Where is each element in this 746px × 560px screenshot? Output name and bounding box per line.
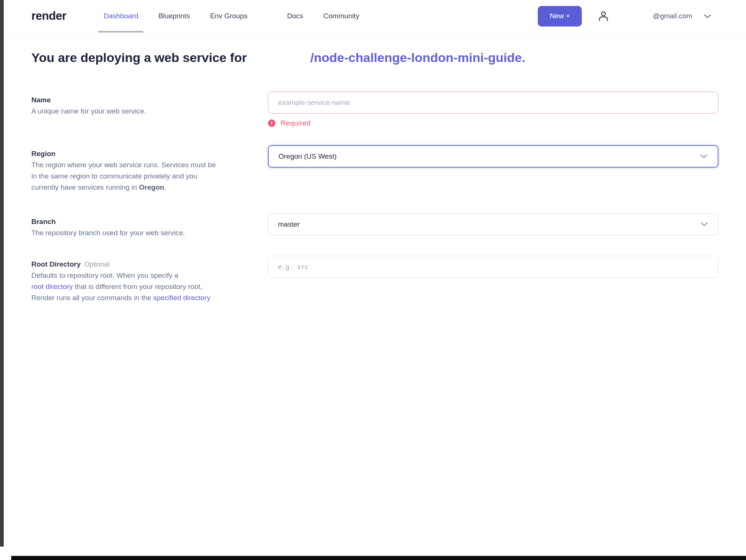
branch-description: The repository branch used for your web … <box>31 227 246 239</box>
name-input[interactable] <box>268 91 718 113</box>
name-error-message: Required <box>281 119 310 127</box>
name-field-row: Name A unique name for your web service.… <box>31 91 718 127</box>
region-field-row: Region The region where your web service… <box>31 145 718 193</box>
page-title: You are deploying a web service for/node… <box>31 50 746 65</box>
user-profile-icon[interactable] <box>596 9 611 24</box>
region-desc-line3: currently have services running in <box>31 183 139 191</box>
chevron-down-icon <box>700 220 708 228</box>
top-navigation: render Dashboard Blueprints Env Groups D… <box>0 0 746 32</box>
branch-selected-value: master <box>278 220 300 228</box>
nav-item-blueprints[interactable]: Blueprints <box>158 0 190 32</box>
chevron-down-icon <box>700 152 708 161</box>
branch-label: Branch <box>31 216 246 227</box>
branch-label-col: Branch The repository branch used for yo… <box>31 213 268 239</box>
region-desc-bold: Oregon <box>139 183 164 191</box>
branch-select[interactable]: master <box>268 213 718 236</box>
root-desc-line1: Defaults to repository root. When you sp… <box>31 271 178 279</box>
deploy-web-service-page: You are deploying a web service for/node… <box>0 32 746 304</box>
root-directory-input-col <box>268 256 718 278</box>
root-directory-label-text: Root Directory <box>31 260 81 268</box>
root-directory-label: Root DirectoryOptional <box>31 259 246 270</box>
page-title-prefix: You are deploying a web service for <box>31 50 247 65</box>
root-directory-field-row: Root DirectoryOptional Defaults to repos… <box>31 256 718 304</box>
render-logo[interactable]: render <box>31 9 66 23</box>
region-desc-suffix: . <box>164 183 166 191</box>
branch-input-col: master <box>268 213 718 236</box>
account-email: @gmail.com <box>653 12 692 20</box>
redacted-email-username <box>611 16 653 16</box>
region-selected-value: Oregon (US West) <box>278 152 337 161</box>
repo-link[interactable]: /node-challenge-london-mini-guide <box>310 50 522 65</box>
screenshot-left-edge-artifact <box>0 0 4 547</box>
optional-tag: Optional <box>84 261 109 268</box>
chevron-down-icon <box>703 14 712 19</box>
new-button[interactable]: New + <box>538 6 582 27</box>
nav-item-env-groups[interactable]: Env Groups <box>210 0 247 32</box>
branch-field-row: Branch The repository branch used for yo… <box>31 213 718 239</box>
account-menu[interactable]: @gmail.com <box>611 12 712 20</box>
root-directory-doc-link[interactable]: root directory <box>31 283 73 290</box>
region-label: Region <box>31 148 246 159</box>
name-label: Name <box>31 94 246 106</box>
specified-directory-doc-link[interactable]: specified directory <box>153 294 210 302</box>
root-directory-description: Defaults to repository root. When you sp… <box>31 270 246 304</box>
name-error-row: ! Required <box>268 119 718 127</box>
region-desc-line2: in the same region to communicate privat… <box>31 172 197 180</box>
region-description: The region where your web service runs. … <box>31 159 246 193</box>
error-exclamation-icon: ! <box>268 119 275 127</box>
screenshot-bottom-bar-artifact <box>11 556 746 560</box>
region-label-col: Region The region where your web service… <box>31 145 268 193</box>
region-select[interactable]: Oregon (US West) <box>268 145 718 168</box>
deploy-form: Name A unique name for your web service.… <box>31 91 718 304</box>
root-desc-line3: Render runs all your commands in the <box>31 294 153 302</box>
name-label-col: Name A unique name for your web service. <box>31 91 268 117</box>
root-desc-line2: that is different from your repository r… <box>73 283 202 290</box>
name-description: A unique name for your web service. <box>31 106 246 117</box>
root-directory-input[interactable] <box>268 256 718 278</box>
name-input-col: ! Required <box>268 91 718 127</box>
nav-item-community[interactable]: Community <box>324 0 359 32</box>
region-input-col: Oregon (US West) <box>268 145 718 168</box>
page-title-suffix: . <box>522 50 525 65</box>
redacted-repo-owner <box>247 62 310 62</box>
root-directory-label-col: Root DirectoryOptional Defaults to repos… <box>31 256 268 304</box>
nav-item-dashboard[interactable]: Dashboard <box>103 0 138 32</box>
region-desc-line1: The region where your web service runs. … <box>31 161 216 169</box>
nav-item-docs[interactable]: Docs <box>287 0 303 32</box>
